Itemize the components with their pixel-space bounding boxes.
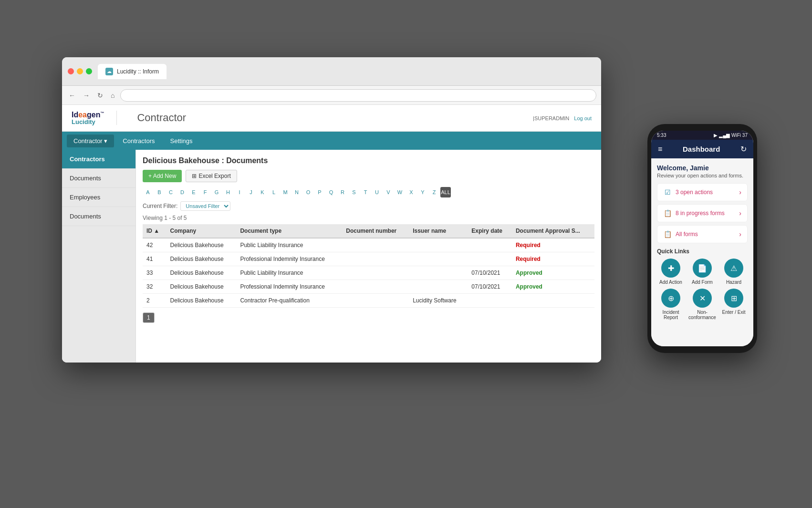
phone-time: 5:33 <box>657 133 666 138</box>
page-title: Contractor <box>137 112 186 124</box>
nav-item-contractors[interactable]: Contractors <box>116 135 161 147</box>
action-card-open-actions[interactable]: ☑ 3 open actions › <box>657 183 748 201</box>
cell-company: Delicious Bakehouse <box>167 280 237 294</box>
col-company[interactable]: Company <box>167 224 237 238</box>
app-header: Ideagen™ Lucidity Contractor |SUPERADMIN… <box>62 105 601 132</box>
quick-link-add-form[interactable]: 📄 Add Form <box>688 259 716 285</box>
logout-link[interactable]: Log out <box>574 115 592 121</box>
alpha-J[interactable]: J <box>246 187 256 197</box>
action-card-all-forms[interactable]: 📋 All forms › <box>657 225 748 243</box>
browser-tab[interactable]: ☁ Lucidity :: Inform <box>98 64 167 79</box>
alpha-O[interactable]: O <box>303 187 313 197</box>
sidebar-item-documents[interactable]: Documents <box>62 169 135 188</box>
col-doc-number[interactable]: Document number <box>342 224 409 238</box>
alpha-A[interactable]: A <box>143 187 153 197</box>
toolbar: + Add New ⊞ Excel Export <box>143 170 594 182</box>
sidebar-item-documents2[interactable]: Documents <box>62 207 135 226</box>
filter-select[interactable]: Unsaved Filter <box>180 201 230 211</box>
incident-label: Incident Report <box>657 310 685 320</box>
table-row[interactable]: 42 Delicious Bakehouse Public Liability … <box>143 238 594 252</box>
alpha-E[interactable]: E <box>188 187 199 197</box>
action-card-in-progress[interactable]: 📋 8 in progress forms › <box>657 204 748 222</box>
alpha-H[interactable]: H <box>223 187 233 197</box>
review-text: Review your open actions and forms. <box>657 173 748 178</box>
browser-window: ☁ Lucidity :: Inform ← → ↻ ⌂ Ideagen™ Lu… <box>62 57 601 363</box>
alpha-U[interactable]: U <box>372 187 382 197</box>
alpha-K[interactable]: K <box>257 187 268 197</box>
quick-link-enter-exit[interactable]: ⊞ Enter / Exit <box>720 289 748 320</box>
quick-link-nonconformance[interactable]: ✕ Non-conformance <box>688 289 716 320</box>
alpha-F[interactable]: F <box>200 187 210 197</box>
sidebar-item-contractors[interactable]: Contractors <box>62 150 135 169</box>
refresh-icon[interactable]: ↻ <box>740 145 747 154</box>
home-button[interactable]: ⌂ <box>109 90 116 101</box>
alpha-X[interactable]: X <box>406 187 416 197</box>
alpha-M[interactable]: M <box>280 187 291 197</box>
nav-item-settings[interactable]: Settings <box>164 135 199 147</box>
alpha-T[interactable]: T <box>360 187 371 197</box>
alpha-V[interactable]: V <box>383 187 394 197</box>
scene: ☁ Lucidity :: Inform ← → ↻ ⌂ Ideagen™ Lu… <box>0 0 812 508</box>
open-actions-label: 3 open actions <box>676 189 713 196</box>
alpha-Q[interactable]: Q <box>326 187 336 197</box>
address-bar[interactable] <box>120 89 596 102</box>
nonconformance-label: Non-conformance <box>688 310 716 320</box>
alpha-S[interactable]: S <box>349 187 359 197</box>
hamburger-icon[interactable]: ≡ <box>658 145 662 154</box>
forward-button[interactable]: → <box>81 90 92 101</box>
table-row[interactable]: 2 Delicious Bakehouse Contractor Pre-qua… <box>143 294 594 308</box>
reload-button[interactable]: ↻ <box>95 90 105 101</box>
col-expiry[interactable]: Expiry date <box>468 224 512 238</box>
col-doc-type[interactable]: Document type <box>236 224 342 238</box>
alpha-I[interactable]: I <box>234 187 245 197</box>
alpha-filter: A B C D E F G H I J K L M N O P Q <box>143 187 594 197</box>
in-progress-label: 8 in progress forms <box>676 210 725 217</box>
alpha-L[interactable]: L <box>269 187 279 197</box>
cell-expiry: 07/10/2021 <box>468 266 512 280</box>
chevron-right-icon-3: › <box>739 230 741 238</box>
table-row[interactable]: 32 Delicious Bakehouse Professional Inde… <box>143 280 594 294</box>
cell-doc-type: Public Liability Insurance <box>236 266 342 280</box>
maximize-button[interactable] <box>86 68 92 74</box>
page-number[interactable]: 1 <box>143 312 155 323</box>
close-button[interactable] <box>68 68 74 74</box>
alpha-B[interactable]: B <box>154 187 165 197</box>
add-new-button[interactable]: + Add New <box>143 170 182 182</box>
col-id[interactable]: ID ▲ <box>143 224 167 238</box>
table-row[interactable]: 41 Delicious Bakehouse Professional Inde… <box>143 252 594 266</box>
alpha-C[interactable]: C <box>166 187 176 197</box>
excel-export-button[interactable]: ⊞ Excel Export <box>186 170 237 182</box>
col-status[interactable]: Document Approval S... <box>512 224 594 238</box>
nav-item-contractor[interactable]: Contractor ▾ <box>67 135 114 147</box>
header-user: |SUPERADMIN Log out <box>533 115 592 121</box>
user-label: |SUPERADMIN <box>533 115 569 121</box>
alpha-Y[interactable]: Y <box>417 187 428 197</box>
content-title: Delicious Bakehouse : Documents <box>143 156 594 165</box>
col-issuer[interactable]: Issuer name <box>409 224 468 238</box>
filter-row: Current Filter: Unsaved Filter <box>143 201 594 211</box>
excel-label: Excel Export <box>198 173 230 179</box>
header-divider <box>116 111 117 125</box>
back-button[interactable]: ← <box>67 90 77 101</box>
alpha-D[interactable]: D <box>177 187 187 197</box>
ideagen-logo: Ideagen™ Lucidity <box>72 111 104 126</box>
alpha-ALL[interactable]: ALL <box>440 187 451 197</box>
alpha-N[interactable]: N <box>291 187 302 197</box>
nonconformance-icon: ✕ <box>693 289 712 308</box>
sidebar-item-employees[interactable]: Employees <box>62 188 135 207</box>
main-layout: Contractors Documents Employees Document… <box>62 150 601 363</box>
alpha-P[interactable]: P <box>314 187 325 197</box>
all-forms-icon: 📋 <box>663 230 672 238</box>
quick-link-add-action[interactable]: ✚ Add Action <box>657 259 685 285</box>
phone-icons: ▶ ▂▄▆ WiFi 37 <box>714 133 748 138</box>
alpha-R[interactable]: R <box>337 187 348 197</box>
alpha-G[interactable]: G <box>211 187 222 197</box>
minimize-button[interactable] <box>77 68 83 74</box>
pagination: 1 <box>143 312 594 323</box>
quick-link-hazard[interactable]: ⚠ Hazard <box>720 259 748 285</box>
table-row[interactable]: 33 Delicious Bakehouse Public Liability … <box>143 266 594 280</box>
cell-doc-type: Professional Indemnity Insurance <box>236 252 342 266</box>
alpha-W[interactable]: W <box>395 187 405 197</box>
quick-link-incident[interactable]: ⊕ Incident Report <box>657 289 685 320</box>
alpha-Z[interactable]: Z <box>429 187 439 197</box>
